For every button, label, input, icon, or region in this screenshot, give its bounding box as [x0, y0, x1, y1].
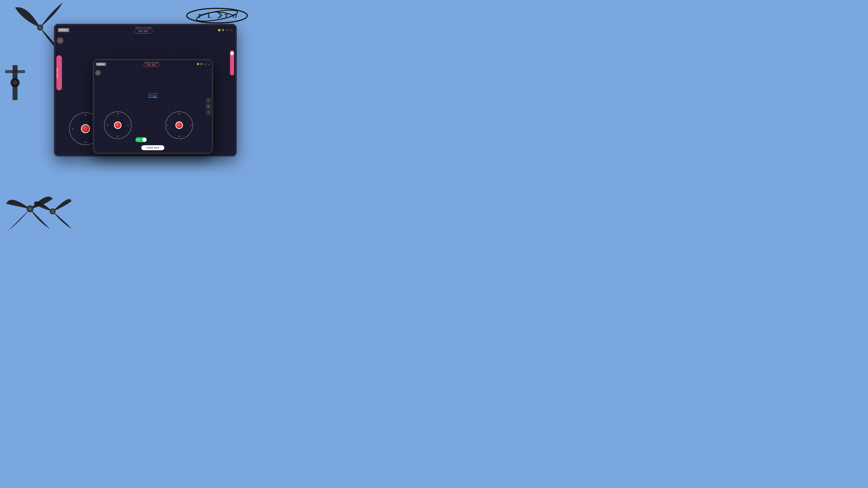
tablet-arrow-rotate-left: ↺	[72, 127, 74, 130]
tablet-wifi-icon: 📶	[218, 29, 220, 31]
phone-arrow-rotate-left: ↺	[106, 124, 108, 127]
tablet-menu-button[interactable]: MENU	[58, 28, 69, 32]
phone-signal-icon: ▲	[208, 63, 210, 65]
drone-body	[0, 45, 30, 120]
phone-arrow-up-left: ⌃	[117, 113, 119, 116]
phone-slider-1	[148, 93, 158, 94]
phone-arrow-right-right: ›	[190, 124, 191, 127]
svg-point-5	[12, 80, 18, 85]
phone-joystick-left-center	[114, 122, 122, 129]
logo-container: P L T O	[186, 6, 248, 26]
phone-arm-toggle-knob	[142, 138, 146, 142]
svg-text:O: O	[232, 12, 237, 19]
tablet-timer: 00:00	[134, 29, 152, 34]
phone-wifi-icon: 📶	[197, 63, 199, 65]
phone-status-center: READY TO ARM 00:00	[144, 62, 159, 67]
phone-arm-toggle[interactable]: ARM	[135, 137, 147, 142]
phone-video-button[interactable]: ▶	[206, 98, 211, 103]
phone-slider-active	[148, 97, 158, 97]
tablet-arrow-up: ⌃	[84, 114, 87, 118]
tablet-ready-label: READY TO ARM	[135, 27, 152, 29]
tablet-status-icons: 📶 🔋 3.7V ▲	[218, 29, 233, 31]
phone-code-icon: </>	[96, 72, 99, 74]
phone-slider-knob	[154, 96, 155, 98]
phone-arrow-rotate-right: ↻	[127, 124, 129, 127]
phone-code-button[interactable]: </>	[95, 70, 101, 76]
phone-voltage: 3.7V	[204, 63, 207, 65]
phone-status-icons: 📶 🔋 3.7V ▲	[197, 63, 210, 65]
phone-joystick-right-center	[176, 122, 183, 129]
tablet-status-center: READY TO ARM 00:00	[134, 27, 152, 34]
phone-side-buttons: ▶ 📷 ☰	[206, 98, 211, 115]
pluto-logo: P L T O	[186, 6, 248, 25]
phone-arrow-up-right: ⌃	[178, 113, 180, 116]
phone-ready-label: READY TO ARM	[144, 62, 159, 63]
phone-device: MENU READY TO ARM 00:00 📶 🔋 3.7V ▲ </>	[93, 59, 213, 154]
phone-joystick-left-ring: ⌃ ⌄ ↺ ↻	[104, 111, 131, 139]
phone-joystick-right-ring: ⌃ ⌄ ‹ ›	[165, 111, 193, 139]
phone-takeoff-button[interactable]: TAKE OFF	[141, 145, 164, 150]
phone-settings-button[interactable]: ☰	[206, 110, 211, 115]
phone-menu-button[interactable]: MENU	[96, 63, 106, 66]
phone-arm-toggle-track: ARM	[135, 137, 147, 142]
phone-arrow-left-right: ‹	[167, 124, 168, 127]
tablet-battery-icon: 🔋	[222, 29, 224, 31]
phone-joystick-right[interactable]: ⌃ ⌄ ‹ ›	[165, 111, 193, 139]
phone-timer: 00:00	[144, 63, 159, 67]
svg-point-1	[39, 26, 41, 29]
svg-rect-3	[5, 70, 25, 73]
tablet-code-button[interactable]: </>	[57, 37, 63, 44]
tablet-arm-knob	[230, 52, 234, 55]
tablet-code-icon: </>	[58, 39, 62, 42]
svg-point-10	[187, 8, 247, 23]
phone-camera-button[interactable]: 📷	[206, 104, 211, 109]
tablet-topbar: MENU READY TO ARM 00:00 📶 🔋 3.7V ▲	[55, 25, 235, 35]
phone-arm-label: ARM	[136, 139, 140, 140]
svg-point-9	[51, 210, 54, 213]
phone-screen: MENU READY TO ARM 00:00 📶 🔋 3.7V ▲ </>	[94, 60, 212, 153]
tablet-voltage: 3.7V	[225, 29, 229, 31]
svg-text:T: T	[224, 12, 228, 19]
phone-battery-icon: 🔋	[200, 63, 203, 65]
phone-topbar: MENU READY TO ARM 00:00 📶 🔋 3.7V ▲	[94, 60, 212, 68]
tablet-signal-icon: ▲	[231, 29, 233, 31]
phone-drone-sliders	[148, 93, 158, 97]
phone-arrow-down-left: ⌄	[117, 134, 119, 137]
phone-arrow-down-right: ⌄	[178, 134, 180, 137]
tablet-takeoff-button[interactable]: TAKE OFF	[56, 55, 62, 90]
svg-text:L: L	[208, 12, 212, 19]
phone-slider-2	[148, 95, 158, 96]
tablet-arrow-down: ⌄	[84, 140, 87, 143]
phone-joystick-left[interactable]: ⌃ ⌄ ↺ ↻	[104, 111, 131, 139]
svg-point-7	[28, 207, 32, 210]
tablet-arm-button[interactable]	[230, 50, 234, 75]
svg-point-11	[196, 8, 238, 24]
tablet-joystick-center	[81, 124, 90, 133]
drone-propeller-bottom-right	[33, 189, 73, 234]
svg-text:P: P	[198, 12, 202, 19]
